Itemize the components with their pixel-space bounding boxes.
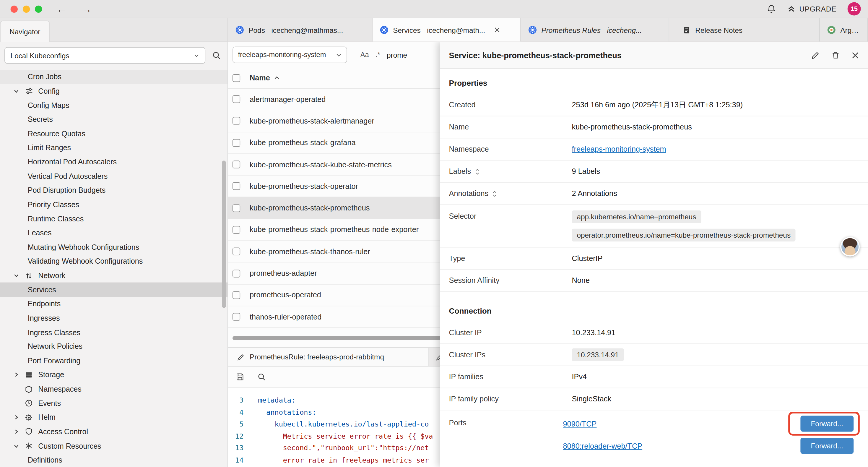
edit-pencil-icon[interactable]	[811, 51, 820, 59]
sidebar-item-runtime-classes[interactable]: Runtime Classes	[0, 212, 227, 226]
sidebar-item-label: Resource Quotas	[28, 129, 85, 138]
app-window: ← → UPGRADE 15 Navigator Pods - icecheng…	[0, 0, 868, 467]
kubeconfig-context-dropdown[interactable]: Local Kubeconfigs	[4, 47, 205, 63]
row-checkbox[interactable]	[232, 291, 240, 299]
row-checkbox[interactable]	[232, 204, 240, 212]
sidebar-item-namespaces[interactable]: Namespaces	[0, 382, 227, 396]
sidebar-item-config[interactable]: Config	[0, 84, 227, 98]
pencil-icon	[237, 353, 245, 360]
sort-ascending-icon	[274, 76, 279, 80]
port-link[interactable]: 9090/TCP	[563, 419, 597, 428]
sidebar-item-leases[interactable]: Leases	[0, 226, 227, 240]
row-checkbox[interactable]	[232, 313, 240, 321]
upgrade-button[interactable]: UPGRADE	[787, 5, 836, 13]
back-icon[interactable]: ←	[56, 4, 67, 14]
match-case-toggle[interactable]: Aa	[361, 51, 369, 59]
tab-release-notes[interactable]: Release Notes	[669, 18, 820, 42]
window-controls	[11, 5, 42, 12]
sidebar-item-config-maps[interactable]: Config Maps	[0, 98, 227, 112]
sidebar-item-ingress-classes[interactable]: Ingress Classes	[0, 325, 227, 339]
chevron-right-icon	[13, 414, 20, 420]
sidebar-item-endpoints[interactable]: Endpoints	[0, 297, 227, 311]
config-icon	[24, 87, 33, 95]
navigator-header: Navigator	[0, 18, 228, 42]
sidebar-search-icon[interactable]	[212, 51, 221, 60]
sidebar-scrollbar[interactable]	[222, 160, 226, 308]
dock-tab-prometheusrule[interactable]: PrometheusRule: freeleaps-prod-rabbitmq	[228, 348, 429, 366]
row-checkbox[interactable]	[232, 160, 240, 168]
sidebar-item-services[interactable]: Services	[0, 283, 227, 297]
sidebar-item-label: Services	[28, 286, 56, 294]
row-checkbox[interactable]	[232, 139, 240, 147]
sidebar-item-ingresses[interactable]: Ingresses	[0, 311, 227, 325]
sidebar-item-resource-quotas[interactable]: Resource Quotas	[0, 126, 227, 141]
sidebar-item-access-control[interactable]: Access Control	[0, 425, 227, 439]
forward-button[interactable]: Forward...	[800, 438, 854, 454]
tab-prometheus-rules[interactable]: Prometheus Rules - icecheng...	[521, 18, 669, 42]
service-name: alertmanager-operated	[250, 95, 326, 104]
property-row-selector: Selector app.kubernetes.io/name=promethe…	[440, 205, 868, 247]
sidebar-item-pod-disruption-budgets[interactable]: Pod Disruption Budgets	[0, 183, 227, 198]
forward-icon[interactable]: →	[81, 4, 92, 14]
sidebar-item-events[interactable]: Events	[0, 396, 227, 410]
sidebar-item-horizontal-pod-autoscalers[interactable]: Horizontal Pod Autoscalers	[0, 155, 227, 169]
sidebar-item-storage[interactable]: Storage	[0, 368, 227, 382]
expand-updown-icon[interactable]	[492, 191, 497, 197]
forward-button[interactable]: Forward...	[800, 415, 854, 432]
row-checkbox[interactable]	[232, 95, 240, 103]
expand-updown-icon[interactable]	[475, 168, 480, 175]
navigator-tab[interactable]: Navigator	[0, 20, 50, 42]
sidebar-item-network[interactable]: Network	[0, 268, 227, 283]
search-input[interactable]: prome	[387, 51, 407, 59]
close-tab-icon[interactable]	[494, 27, 500, 33]
tab-services[interactable]: Services - icecheng@math...	[373, 18, 521, 42]
sidebar-item-label: Cron Jobs	[28, 73, 61, 81]
namespaces-icon	[24, 385, 33, 393]
property-row-labels: Labels 9 Labels	[440, 160, 868, 183]
editor-search-icon[interactable]	[257, 373, 266, 381]
list-search-field[interactable]: Aa .* prome	[355, 47, 413, 63]
sidebar-item-label: Horizontal Pod Autoscalers	[28, 158, 117, 166]
details-header: Service: kube-prometheus-stack-prometheu…	[440, 42, 868, 68]
sidebar-item-definitions[interactable]: Definitions	[0, 453, 227, 467]
sidebar-item-network-policies[interactable]: Network Policies	[0, 339, 227, 353]
namespace-link[interactable]: freeleaps-monitoring-system	[572, 145, 666, 153]
name-column-header[interactable]: Name	[250, 74, 279, 82]
events-clock-icon	[24, 399, 33, 407]
close-window-button[interactable]	[11, 5, 18, 12]
row-checkbox[interactable]	[232, 226, 240, 233]
assistant-avatar[interactable]	[840, 237, 860, 257]
notifications-bell-icon[interactable]	[767, 4, 776, 13]
row-checkbox[interactable]	[232, 248, 240, 255]
regex-toggle[interactable]: .*	[375, 51, 380, 59]
port-link[interactable]: 8080:reloader-web/TCP	[563, 442, 643, 450]
notification-count-badge[interactable]: 15	[848, 2, 861, 16]
tab-argo[interactable]: Argo S	[820, 18, 868, 42]
minimize-window-button[interactable]	[23, 5, 30, 12]
chevron-down-icon	[13, 272, 20, 279]
sidebar-item-validating-webhook-configurations[interactable]: Validating Webhook Configurations	[0, 254, 227, 268]
property-row-ports: Ports 9090/TCP Forward... 8080:reloader-…	[440, 410, 868, 457]
save-icon[interactable]	[236, 373, 244, 381]
select-all-checkbox[interactable]	[232, 74, 240, 82]
sidebar-item-custom-resources[interactable]: Custom Resources	[0, 439, 227, 453]
sidebar-item-mutating-webhook-configurations[interactable]: Mutating Webhook Configurations	[0, 240, 227, 254]
service-name: kube-prometheus-stack-operator	[250, 182, 358, 191]
sidebar-item-port-forwarding[interactable]: Port Forwarding	[0, 353, 227, 368]
row-checkbox[interactable]	[232, 269, 240, 277]
namespace-filter-dropdown[interactable]: freeleaps-monitoring-system	[232, 47, 347, 63]
sidebar-item-limit-ranges[interactable]: Limit Ranges	[0, 141, 227, 155]
close-icon[interactable]	[851, 51, 859, 59]
tab-pods[interactable]: Pods - icecheng@mathmas...	[228, 18, 373, 42]
sidebar-item-helm[interactable]: Helm	[0, 410, 227, 425]
row-checkbox[interactable]	[232, 182, 240, 190]
sidebar-item-cron-jobs[interactable]: Cron Jobs	[0, 70, 227, 84]
row-checkbox[interactable]	[232, 117, 240, 125]
sidebar-item-secrets[interactable]: Secrets	[0, 112, 227, 126]
delete-trash-icon[interactable]	[831, 51, 840, 59]
sidebar-item-label: Leases	[28, 229, 52, 237]
maximize-window-button[interactable]	[35, 5, 42, 12]
sidebar-item-label: Pod Disruption Budgets	[28, 186, 106, 195]
sidebar-item-vertical-pod-autoscalers[interactable]: Vertical Pod Autoscalers	[0, 169, 227, 183]
sidebar-item-priority-classes[interactable]: Priority Classes	[0, 198, 227, 212]
